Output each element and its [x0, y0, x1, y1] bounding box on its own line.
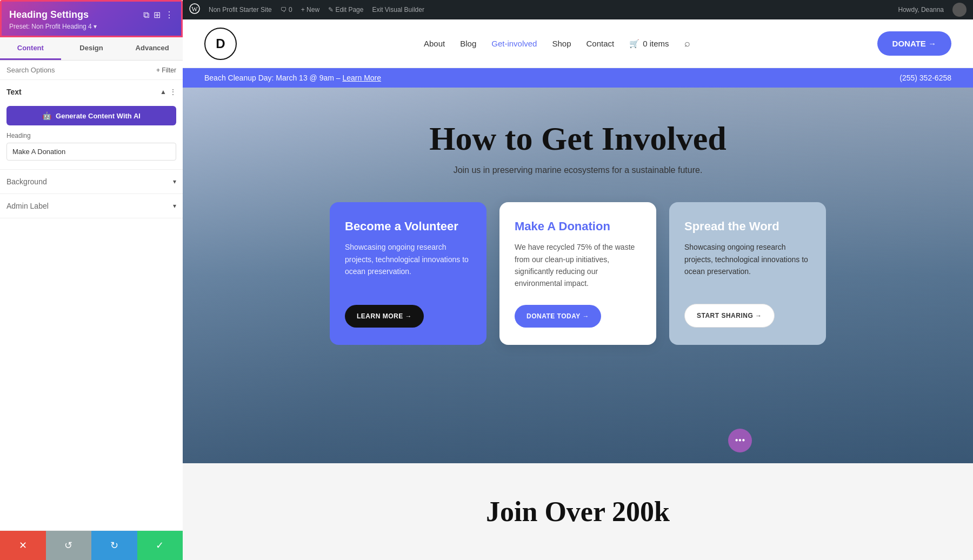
comments-bar-item[interactable]: 🗨 0 — [281, 6, 292, 14]
sidebar-preset: Preset: Non Profit Heading 4 ▾ — [9, 23, 174, 30]
site-header: D About Blog Get-involved Shop Contact 🛒… — [183, 19, 973, 68]
admin-chevron-icon: ▾ — [173, 202, 176, 210]
undo-button[interactable]: ↺ — [46, 531, 92, 560]
announcement-bar: Beach Cleanup Day: March 13 @ 9am – Lear… — [183, 68, 973, 88]
user-avatar — [952, 3, 967, 17]
redo-button[interactable]: ↻ — [91, 531, 137, 560]
filter-button[interactable]: + Filter — [156, 66, 176, 74]
hero-section: How to Get Involved Join us in preservin… — [183, 88, 973, 463]
below-hero-title: Join Over 200k — [486, 496, 670, 528]
background-section[interactable]: Background ▾ — [0, 170, 183, 194]
sidebar-title: Heading Settings — [9, 9, 89, 21]
announcement-link[interactable]: Learn More — [342, 74, 381, 82]
nav-contact[interactable]: Contact — [587, 39, 615, 48]
text-section: Text ▲ ⋮ 🤖 Generate Content With AI Head… — [0, 80, 183, 170]
svg-text:W: W — [191, 5, 198, 13]
nav-blog[interactable]: Blog — [460, 39, 476, 48]
cart-icon: 🛒 — [629, 39, 639, 49]
hero-title: How to Get Involved — [429, 120, 726, 157]
wp-logo: W — [189, 3, 200, 17]
tab-design[interactable]: Design — [61, 37, 122, 60]
admin-label-title: Admin Label — [6, 202, 49, 210]
app-wrapper: Heading Settings ⧉ ⊞ ⋮ Preset: Non Profi… — [0, 0, 973, 560]
sidebar-bottom-toolbar: ✕ ↺ ↻ ✓ — [0, 530, 183, 560]
main-content: W Non Profit Starter Site 🗨 0 + New ✎ Ed… — [183, 0, 973, 560]
start-sharing-button[interactable]: START SHARING → — [684, 304, 775, 328]
nav-shop[interactable]: Shop — [552, 39, 571, 48]
donate-card: Make A Donation We have recycled 75% of … — [499, 202, 656, 345]
site-logo[interactable]: D — [204, 28, 237, 60]
sidebar-header: Heading Settings ⧉ ⊞ ⋮ Preset: Non Profi… — [0, 0, 183, 37]
site-nav: About Blog Get-involved Shop Contact 🛒 0… — [424, 38, 690, 49]
background-chevron-icon: ▾ — [173, 178, 176, 186]
heading-label: Heading — [0, 132, 183, 143]
learn-more-button[interactable]: LEARN MORE → — [345, 305, 424, 328]
announcement-text: Beach Cleanup Day: March 13 @ 9am – Lear… — [204, 74, 381, 82]
donate-header-button[interactable]: DONATE → — [877, 31, 951, 56]
volunteer-card-title: Become a Volunteer — [345, 219, 471, 234]
cart-count: 0 items — [643, 39, 669, 48]
nav-about[interactable]: About — [424, 39, 445, 48]
donate-card-title: Make A Donation — [515, 219, 641, 234]
below-hero-section: Join Over 200k — [183, 463, 973, 560]
wp-bar-right: Howdy, Deanna — [898, 3, 967, 17]
admin-label-section[interactable]: Admin Label ▾ — [0, 194, 183, 218]
cart-item[interactable]: 🛒 0 items — [629, 39, 669, 49]
hero-subtitle: Join us in preserving marine ecosystems … — [454, 165, 703, 175]
edit-page-bar-item[interactable]: ✎ Edit Page — [328, 6, 363, 14]
donate-card-text: We have recycled 75% of the waste from o… — [515, 241, 641, 290]
search-input[interactable] — [6, 66, 156, 74]
copy-icon[interactable]: ⧉ — [143, 10, 149, 20]
howdy-text: Howdy, Deanna — [898, 6, 944, 14]
text-section-title: Text — [6, 88, 22, 96]
text-section-controls: ▲ ⋮ — [160, 88, 176, 96]
chevron-up-icon: ▲ — [160, 88, 166, 96]
share-card-title: Spread the Word — [684, 219, 811, 234]
donate-today-button[interactable]: DONATE TODAY → — [515, 305, 601, 328]
save-button[interactable]: ✓ — [137, 531, 183, 560]
share-card: Spread the Word Showcasing ongoing resea… — [669, 202, 826, 345]
announcement-phone: (255) 352-6258 — [899, 74, 951, 82]
text-section-header[interactable]: Text ▲ ⋮ — [0, 80, 183, 104]
floating-menu-dot[interactable]: ••• — [728, 429, 752, 452]
share-card-text: Showcasing ongoing research projects, te… — [684, 241, 811, 289]
more-icon[interactable]: ⋮ — [165, 10, 174, 20]
background-title: Background — [6, 177, 47, 186]
tab-content[interactable]: Content — [0, 37, 61, 60]
sidebar: Heading Settings ⧉ ⊞ ⋮ Preset: Non Profi… — [0, 0, 183, 560]
cards-row: Become a Volunteer Showcasing ongoing re… — [329, 202, 827, 345]
ai-icon: 🤖 — [42, 111, 51, 120]
close-button[interactable]: ✕ — [0, 531, 46, 560]
columns-icon[interactable]: ⊞ — [154, 10, 161, 20]
exit-builder-bar-item[interactable]: Exit Visual Builder — [372, 6, 424, 14]
volunteer-card: Become a Volunteer Showcasing ongoing re… — [330, 202, 486, 345]
site-name-bar-item[interactable]: Non Profit Starter Site — [209, 6, 272, 14]
ai-generate-button[interactable]: 🤖 Generate Content With AI — [6, 106, 176, 125]
new-bar-item[interactable]: + New — [301, 6, 319, 14]
wp-admin-bar: W Non Profit Starter Site 🗨 0 + New ✎ Ed… — [183, 0, 973, 19]
nav-get-involved[interactable]: Get-involved — [491, 39, 537, 48]
sidebar-search-bar: + Filter — [0, 61, 183, 80]
heading-input[interactable] — [6, 143, 176, 161]
search-button[interactable]: ⌕ — [684, 38, 690, 49]
tab-advanced[interactable]: Advanced — [122, 37, 183, 60]
more-options-icon[interactable]: ⋮ — [170, 88, 176, 96]
sidebar-header-icons: ⧉ ⊞ ⋮ — [143, 10, 174, 20]
volunteer-card-text: Showcasing ongoing research projects, te… — [345, 241, 471, 290]
sidebar-tabs: Content Design Advanced — [0, 37, 183, 61]
